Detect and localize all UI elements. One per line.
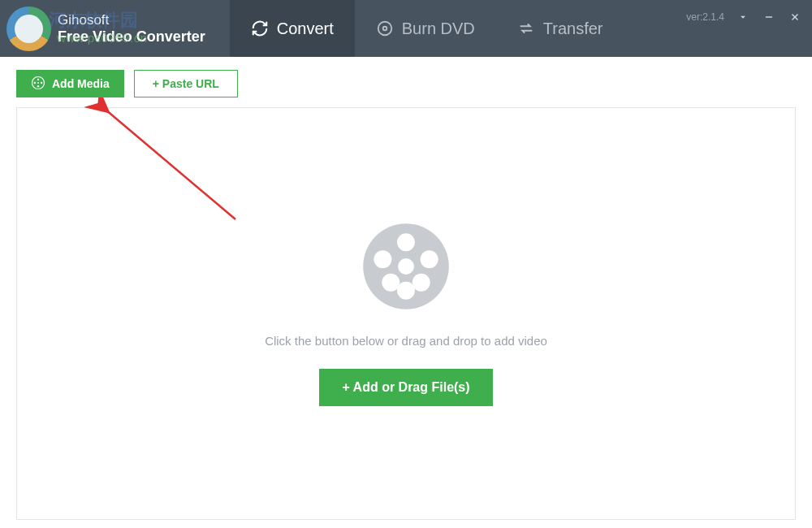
disc-icon bbox=[376, 19, 394, 37]
paste-url-label: + Paste URL bbox=[153, 77, 219, 90]
tab-convert-label: Convert bbox=[277, 19, 334, 38]
brand-area: Gihosoft Free Video Converter 河东软件园 www.… bbox=[0, 0, 205, 57]
svg-point-6 bbox=[37, 78, 39, 80]
svg-point-0 bbox=[378, 22, 392, 36]
svg-point-10 bbox=[37, 82, 39, 84]
add-or-drag-files-button[interactable]: + Add or Drag File(s) bbox=[319, 369, 492, 406]
tab-transfer[interactable]: Transfer bbox=[496, 0, 624, 57]
svg-point-18 bbox=[412, 273, 430, 291]
film-reel-icon bbox=[31, 76, 45, 93]
tab-transfer-label: Transfer bbox=[543, 19, 603, 38]
film-reel-large-icon bbox=[361, 222, 451, 314]
version-label: ver:2.1.4 bbox=[686, 11, 724, 23]
titlebar: Gihosoft Free Video Converter 河东软件园 www.… bbox=[0, 0, 812, 57]
svg-point-12 bbox=[398, 258, 414, 275]
svg-point-15 bbox=[374, 250, 391, 268]
empty-state-hint: Click the button below or drag and drop … bbox=[265, 334, 547, 348]
app-logo-icon bbox=[6, 6, 51, 51]
tab-burn-label: Burn DVD bbox=[402, 19, 475, 38]
dropdown-button[interactable] bbox=[731, 6, 755, 28]
paste-url-button[interactable]: + Paste URL bbox=[134, 70, 238, 97]
refresh-icon bbox=[251, 19, 269, 37]
window-controls: ver:2.1.4 bbox=[686, 0, 812, 57]
transfer-icon bbox=[517, 19, 535, 37]
tab-burn-dvd[interactable]: Burn DVD bbox=[355, 0, 496, 57]
svg-point-1 bbox=[382, 27, 387, 31]
brand-subtitle: Free Video Converter bbox=[58, 28, 205, 45]
svg-point-17 bbox=[382, 273, 400, 291]
add-media-button[interactable]: Add Media bbox=[16, 70, 124, 97]
drop-zone[interactable]: Click the button below or drag and drop … bbox=[16, 107, 796, 520]
brand-name: Gihosoft bbox=[58, 12, 205, 28]
main-tabs: Convert Burn DVD Transfer bbox=[230, 0, 624, 57]
add-or-drag-label: + Add or Drag File(s) bbox=[342, 380, 469, 394]
add-media-label: Add Media bbox=[52, 77, 110, 90]
minimize-button[interactable] bbox=[757, 6, 781, 28]
close-button[interactable] bbox=[783, 6, 807, 28]
svg-point-16 bbox=[421, 250, 438, 268]
svg-point-7 bbox=[37, 84, 39, 86]
tab-convert[interactable]: Convert bbox=[230, 0, 355, 57]
svg-point-13 bbox=[397, 233, 415, 251]
svg-point-9 bbox=[41, 81, 42, 83]
toolbar: Add Media + Paste URL bbox=[0, 57, 812, 107]
svg-point-8 bbox=[34, 81, 36, 83]
svg-point-14 bbox=[397, 281, 415, 299]
